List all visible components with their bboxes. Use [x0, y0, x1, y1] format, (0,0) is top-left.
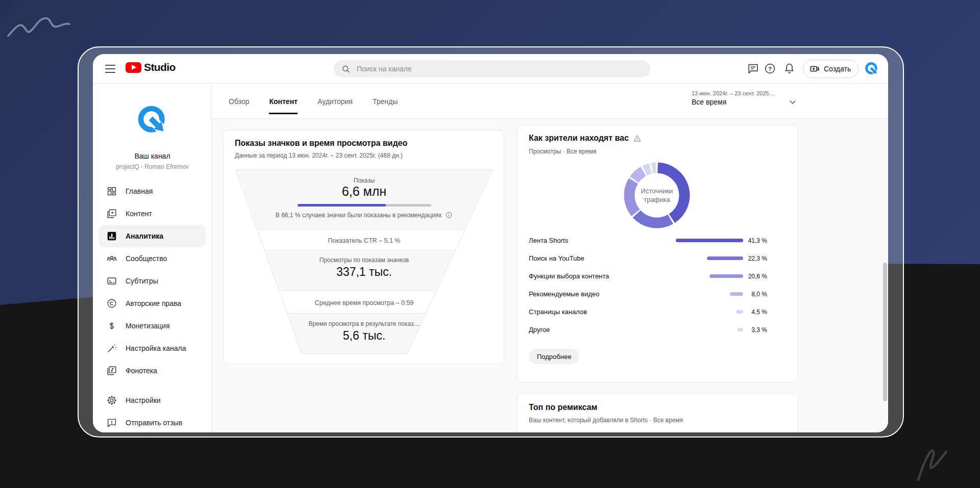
youtube-studio-logo[interactable]: Studio — [126, 61, 176, 73]
avg-duration-text: Среднее время просмотра – 0:59 — [315, 299, 414, 306]
sidebar-item-label: Отправить отзыв — [126, 419, 182, 427]
sidebar-item-analytics[interactable]: Аналитика — [99, 225, 206, 247]
donut-segment-3[interactable] — [629, 181, 635, 213]
analytics-tabs-bar: ОбзорКонтентАудиторияТренды 13 июн. 2024… — [212, 84, 888, 119]
feedback-history-button[interactable] — [747, 62, 760, 75]
tab-тренды[interactable]: Тренды — [373, 84, 398, 119]
sidebar-item-label: Главная — [126, 187, 153, 195]
account-avatar[interactable] — [864, 61, 879, 76]
traffic-source-value: 8,0 % — [743, 291, 767, 298]
impressions-progress-track — [298, 204, 431, 207]
traffic-source-row[interactable]: Страницы каналов4,5 % — [529, 303, 767, 321]
channel-avatar[interactable] — [136, 104, 168, 136]
sidebar-item-send-feedback[interactable]: Отправить отзыв — [99, 412, 206, 432]
funnel-step-ctr[interactable]: Показатель CTR – 5,1 % — [236, 229, 493, 251]
ctr-text: Показатель CTR – 5,1 % — [328, 237, 401, 244]
studio-logo-text: Studio — [144, 61, 176, 73]
copyright-icon — [106, 298, 117, 309]
impressions-label: Показы — [236, 177, 493, 184]
send-feedback-icon — [106, 417, 117, 428]
channel-q-logo-icon — [864, 61, 879, 76]
youtube-play-icon — [126, 62, 141, 73]
warning-icon[interactable] — [633, 134, 642, 143]
traffic-source-value: 20,6 % — [743, 273, 767, 280]
subtitles-icon — [106, 275, 117, 287]
search-input[interactable] — [356, 64, 643, 73]
help-button[interactable]: ? — [764, 62, 776, 75]
donut-segment-6[interactable] — [652, 168, 656, 168]
customization-icon — [106, 343, 117, 354]
sidebar-menu: ГлавнаяКонтентАналитикаСообществоСубтитр… — [93, 180, 212, 432]
tab-обзор[interactable]: Обзор — [229, 84, 249, 119]
traffic-source-row[interactable]: Рекомендуемые видео8,0 % — [529, 285, 767, 303]
traffic-source-value: 4,5 % — [743, 309, 767, 316]
watch-time-value: 5,6 тыс. — [236, 329, 493, 343]
analytics-content: Показы значков и время просмотра видео Д… — [212, 119, 888, 432]
traffic-source-row[interactable]: Функции выбора контента20,6 % — [529, 267, 767, 285]
traffic-source-label: Страницы каналов — [529, 308, 736, 316]
traffic-source-bar — [730, 292, 743, 296]
traffic-source-bar — [707, 256, 743, 260]
traffic-sources-legend: Лента Shorts41,3 %Поиск на YouTube22,3 %… — [518, 232, 799, 339]
sidebar-item-settings[interactable]: Настройки — [99, 389, 206, 412]
sidebar-item-monetization[interactable]: Монетизация — [99, 315, 206, 337]
donut-segment-2[interactable] — [636, 214, 670, 223]
sidebar-item-label: Настройки — [126, 396, 161, 404]
impressions-value: 6,6 млн — [236, 184, 493, 199]
traffic-source-bar — [736, 310, 743, 314]
comment-icon — [747, 62, 760, 75]
traffic-source-label: Функции выбора контента — [529, 272, 709, 280]
traffic-source-label: Лента Shorts — [529, 237, 676, 244]
sidebar-item-subtitles[interactable]: Субтитры — [99, 270, 206, 292]
community-icon — [106, 253, 117, 264]
traffic-sources-card: Как зрители находят вас Просмотры · Все … — [517, 125, 798, 382]
funnel-step-views[interactable]: Просмотры по показам значков 337,1 тыс. — [236, 251, 493, 291]
remix-card-subtitle: Ваш контент, который добавляли в Shorts … — [529, 417, 683, 424]
notifications-button[interactable] — [783, 62, 796, 75]
settings-icon — [106, 395, 117, 406]
menu-hamburger-button[interactable] — [105, 65, 115, 73]
content-icon — [106, 208, 117, 219]
funnel-step-watch-time[interactable]: Время просмотра в результате показ… 5,6 … — [236, 314, 493, 353]
chevron-down-icon[interactable] — [788, 97, 798, 107]
traffic-source-bar — [738, 328, 743, 331]
sidebar-item-dashboard[interactable]: Главная — [99, 180, 206, 202]
tab-контент[interactable]: Контент — [269, 84, 298, 119]
sidebar-item-label: Субтитры — [126, 277, 158, 285]
views-value: 337,1 тыс. — [236, 265, 493, 279]
traffic-source-row[interactable]: Другое3,3 % — [529, 321, 767, 339]
donut-center-line1: Источники — [641, 187, 673, 195]
more-details-button[interactable]: Подробнее — [529, 349, 579, 364]
donut-segment-5[interactable] — [645, 168, 650, 170]
top-remixes-card: Топ по ремиксам Ваш контент, который доб… — [517, 393, 798, 432]
create-button[interactable]: Создать — [803, 60, 859, 78]
donut-segment-4[interactable] — [634, 171, 644, 179]
traffic-source-value: 22,3 % — [743, 255, 767, 262]
svg-text:?: ? — [768, 66, 772, 72]
sidebar-item-audio-library[interactable]: Фонотека — [99, 359, 206, 382]
dashboard-icon — [106, 186, 117, 197]
sidebar-item-label: Сообщество — [126, 254, 167, 263]
tab-аудитория[interactable]: Аудитория — [317, 84, 353, 119]
channel-search-bar[interactable] — [334, 60, 650, 78]
date-range-picker[interactable]: 13 июн. 2024г. – 23 сент. 2025… Все врем… — [692, 90, 775, 106]
sidebar-item-content[interactable]: Контент — [99, 202, 206, 225]
desktop-background: Studio ? Создать — [0, 0, 980, 488]
create-video-icon — [809, 63, 820, 74]
sidebar-item-customization[interactable]: Настройка канала — [99, 337, 206, 359]
funnel-card-title: Показы значков и время просмотра видео — [235, 139, 407, 148]
info-icon[interactable] — [445, 211, 453, 219]
channel-name: Ваш канал — [93, 152, 212, 160]
funnel-step-avg-duration[interactable]: Среднее время просмотра – 0:59 — [236, 291, 493, 314]
channel-q-logo-icon — [136, 104, 168, 136]
sidebar-item-community[interactable]: Сообщество — [99, 247, 206, 270]
scrollbar-thumb[interactable] — [883, 263, 887, 401]
traffic-source-row[interactable]: Лента Shorts41,3 % — [529, 232, 767, 249]
sidebar-item-label: Авторские права — [126, 299, 181, 307]
sidebar-item-copyright[interactable]: Авторские права — [99, 292, 206, 315]
traffic-source-label: Поиск на YouTube — [529, 254, 707, 262]
traffic-source-bar — [676, 239, 743, 242]
traffic-source-row[interactable]: Поиск на YouTube22,3 % — [529, 249, 767, 267]
funnel-step-impressions[interactable]: Показы 6,6 млн В 66,1 % случаев значки б… — [236, 170, 493, 229]
date-range-label: Все время — [692, 98, 775, 106]
